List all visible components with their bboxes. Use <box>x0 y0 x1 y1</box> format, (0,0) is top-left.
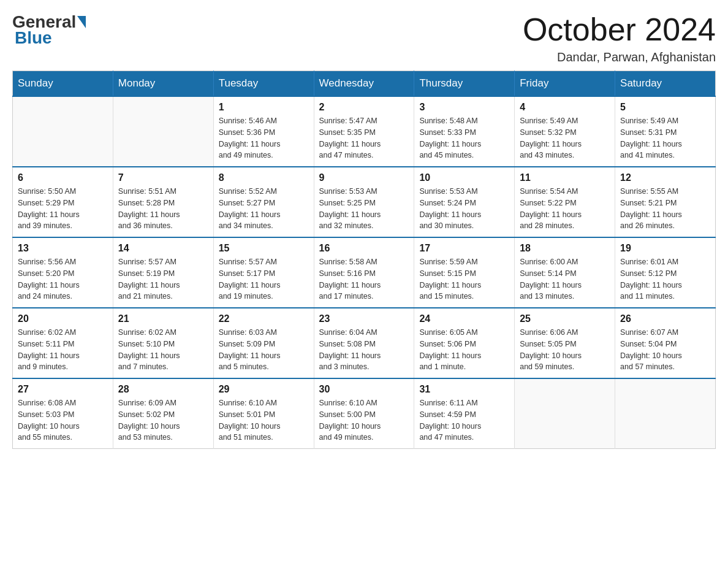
day-info: Sunrise: 6:04 AM Sunset: 5:08 PM Dayligh… <box>319 327 409 373</box>
day-info: Sunrise: 6:06 AM Sunset: 5:05 PM Dayligh… <box>520 327 610 373</box>
day-info: Sunrise: 5:51 AM Sunset: 5:28 PM Dayligh… <box>118 186 208 232</box>
day-info: Sunrise: 5:53 AM Sunset: 5:24 PM Dayligh… <box>419 186 509 232</box>
day-number: 6 <box>18 172 108 183</box>
calendar-cell: 10Sunrise: 5:53 AM Sunset: 5:24 PM Dayli… <box>414 167 515 237</box>
calendar-table: SundayMondayTuesdayWednesdayThursdayFrid… <box>12 71 716 449</box>
day-info: Sunrise: 6:08 AM Sunset: 5:03 PM Dayligh… <box>18 397 108 443</box>
calendar-cell <box>615 378 716 449</box>
day-info: Sunrise: 6:02 AM Sunset: 5:11 PM Dayligh… <box>18 327 108 373</box>
title-section: October 2024 Dandar, Parwan, Afghanistan <box>523 12 716 64</box>
calendar-cell: 26Sunrise: 6:07 AM Sunset: 5:04 PM Dayli… <box>615 308 716 378</box>
day-number: 12 <box>620 172 710 183</box>
calendar-cell: 9Sunrise: 5:53 AM Sunset: 5:25 PM Daylig… <box>314 167 414 237</box>
day-number: 10 <box>419 172 509 183</box>
calendar-week-row: 20Sunrise: 6:02 AM Sunset: 5:11 PM Dayli… <box>13 308 716 378</box>
day-number: 3 <box>419 102 509 113</box>
day-info: Sunrise: 5:59 AM Sunset: 5:15 PM Dayligh… <box>419 256 509 302</box>
calendar-header-tuesday: Tuesday <box>213 71 314 97</box>
day-number: 7 <box>118 172 208 183</box>
day-number: 23 <box>319 313 409 324</box>
day-info: Sunrise: 5:49 AM Sunset: 5:31 PM Dayligh… <box>620 115 710 161</box>
day-info: Sunrise: 6:05 AM Sunset: 5:06 PM Dayligh… <box>419 327 509 373</box>
day-number: 11 <box>520 172 610 183</box>
calendar-cell: 28Sunrise: 6:09 AM Sunset: 5:02 PM Dayli… <box>113 378 213 449</box>
calendar-cell: 11Sunrise: 5:54 AM Sunset: 5:22 PM Dayli… <box>515 167 615 237</box>
calendar-cell: 3Sunrise: 5:48 AM Sunset: 5:33 PM Daylig… <box>414 96 515 167</box>
day-info: Sunrise: 5:55 AM Sunset: 5:21 PM Dayligh… <box>620 186 710 232</box>
day-info: Sunrise: 6:07 AM Sunset: 5:04 PM Dayligh… <box>620 327 710 373</box>
calendar-cell: 19Sunrise: 6:01 AM Sunset: 5:12 PM Dayli… <box>615 237 716 308</box>
calendar-cell: 8Sunrise: 5:52 AM Sunset: 5:27 PM Daylig… <box>213 167 314 237</box>
calendar-cell: 17Sunrise: 5:59 AM Sunset: 5:15 PM Dayli… <box>414 237 515 308</box>
day-number: 5 <box>620 102 710 113</box>
logo: General Blue <box>12 12 87 48</box>
day-number: 18 <box>520 243 610 254</box>
day-number: 20 <box>18 313 108 324</box>
day-info: Sunrise: 5:58 AM Sunset: 5:16 PM Dayligh… <box>319 256 409 302</box>
day-number: 2 <box>319 102 409 113</box>
day-info: Sunrise: 5:54 AM Sunset: 5:22 PM Dayligh… <box>520 186 610 232</box>
day-number: 26 <box>620 313 710 324</box>
calendar-cell: 7Sunrise: 5:51 AM Sunset: 5:28 PM Daylig… <box>113 167 213 237</box>
day-info: Sunrise: 6:00 AM Sunset: 5:14 PM Dayligh… <box>520 256 610 302</box>
calendar-cell: 22Sunrise: 6:03 AM Sunset: 5:09 PM Dayli… <box>213 308 314 378</box>
calendar-cell: 4Sunrise: 5:49 AM Sunset: 5:32 PM Daylig… <box>515 96 615 167</box>
page-header: General Blue October 2024 Dandar, Parwan… <box>12 12 716 64</box>
day-number: 15 <box>219 243 309 254</box>
day-number: 14 <box>118 243 208 254</box>
calendar-header-row: SundayMondayTuesdayWednesdayThursdayFrid… <box>13 71 716 97</box>
location: Dandar, Parwan, Afghanistan <box>523 50 716 64</box>
day-info: Sunrise: 6:01 AM Sunset: 5:12 PM Dayligh… <box>620 256 710 302</box>
month-title: October 2024 <box>523 12 716 47</box>
day-info: Sunrise: 6:03 AM Sunset: 5:09 PM Dayligh… <box>219 327 309 373</box>
day-info: Sunrise: 6:10 AM Sunset: 5:00 PM Dayligh… <box>319 397 409 443</box>
calendar-cell: 2Sunrise: 5:47 AM Sunset: 5:35 PM Daylig… <box>314 96 414 167</box>
calendar-cell: 30Sunrise: 6:10 AM Sunset: 5:00 PM Dayli… <box>314 378 414 449</box>
day-info: Sunrise: 5:56 AM Sunset: 5:20 PM Dayligh… <box>18 256 108 302</box>
calendar-cell <box>113 96 213 167</box>
calendar-cell: 16Sunrise: 5:58 AM Sunset: 5:16 PM Dayli… <box>314 237 414 308</box>
day-number: 19 <box>620 243 710 254</box>
day-info: Sunrise: 5:57 AM Sunset: 5:19 PM Dayligh… <box>118 256 208 302</box>
day-number: 30 <box>319 384 409 395</box>
day-number: 25 <box>520 313 610 324</box>
day-number: 13 <box>18 243 108 254</box>
day-info: Sunrise: 6:11 AM Sunset: 4:59 PM Dayligh… <box>419 397 509 443</box>
calendar-week-row: 1Sunrise: 5:46 AM Sunset: 5:36 PM Daylig… <box>13 96 716 167</box>
day-info: Sunrise: 5:57 AM Sunset: 5:17 PM Dayligh… <box>219 256 309 302</box>
calendar-cell <box>515 378 615 449</box>
calendar-cell: 27Sunrise: 6:08 AM Sunset: 5:03 PM Dayli… <box>13 378 113 449</box>
day-info: Sunrise: 5:48 AM Sunset: 5:33 PM Dayligh… <box>419 115 509 161</box>
day-number: 4 <box>520 102 610 113</box>
calendar-cell: 31Sunrise: 6:11 AM Sunset: 4:59 PM Dayli… <box>414 378 515 449</box>
day-number: 1 <box>219 102 309 113</box>
calendar-cell: 15Sunrise: 5:57 AM Sunset: 5:17 PM Dayli… <box>213 237 314 308</box>
day-info: Sunrise: 6:02 AM Sunset: 5:10 PM Dayligh… <box>118 327 208 373</box>
calendar-header-friday: Friday <box>515 71 615 97</box>
calendar-cell <box>13 96 113 167</box>
calendar-cell: 29Sunrise: 6:10 AM Sunset: 5:01 PM Dayli… <box>213 378 314 449</box>
day-number: 8 <box>219 172 309 183</box>
day-number: 31 <box>419 384 509 395</box>
day-number: 9 <box>319 172 409 183</box>
logo-blue-text: Blue <box>15 28 52 48</box>
calendar-header-thursday: Thursday <box>414 71 515 97</box>
calendar-week-row: 13Sunrise: 5:56 AM Sunset: 5:20 PM Dayli… <box>13 237 716 308</box>
calendar-cell: 1Sunrise: 5:46 AM Sunset: 5:36 PM Daylig… <box>213 96 314 167</box>
day-number: 24 <box>419 313 509 324</box>
day-info: Sunrise: 5:46 AM Sunset: 5:36 PM Dayligh… <box>219 115 309 161</box>
day-number: 27 <box>18 384 108 395</box>
day-number: 21 <box>118 313 208 324</box>
day-info: Sunrise: 5:53 AM Sunset: 5:25 PM Dayligh… <box>319 186 409 232</box>
calendar-header-sunday: Sunday <box>13 71 113 97</box>
day-info: Sunrise: 6:09 AM Sunset: 5:02 PM Dayligh… <box>118 397 208 443</box>
calendar-cell: 20Sunrise: 6:02 AM Sunset: 5:11 PM Dayli… <box>13 308 113 378</box>
calendar-week-row: 6Sunrise: 5:50 AM Sunset: 5:29 PM Daylig… <box>13 167 716 237</box>
calendar-cell: 12Sunrise: 5:55 AM Sunset: 5:21 PM Dayli… <box>615 167 716 237</box>
calendar-cell: 18Sunrise: 6:00 AM Sunset: 5:14 PM Dayli… <box>515 237 615 308</box>
day-number: 16 <box>319 243 409 254</box>
day-info: Sunrise: 5:47 AM Sunset: 5:35 PM Dayligh… <box>319 115 409 161</box>
day-number: 22 <box>219 313 309 324</box>
calendar-header-wednesday: Wednesday <box>314 71 414 97</box>
calendar-week-row: 27Sunrise: 6:08 AM Sunset: 5:03 PM Dayli… <box>13 378 716 449</box>
